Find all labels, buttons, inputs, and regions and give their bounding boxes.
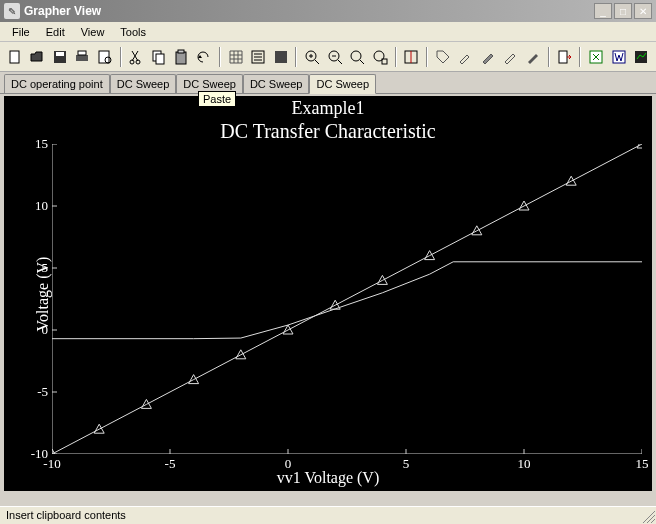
preview-button[interactable] bbox=[94, 46, 116, 68]
toolbar-separator bbox=[295, 47, 297, 67]
axes-icon bbox=[273, 49, 289, 65]
zoom-in-icon bbox=[304, 49, 320, 65]
grid-icon bbox=[228, 49, 244, 65]
svg-rect-2 bbox=[56, 52, 64, 56]
zoom-fit-button[interactable] bbox=[346, 46, 368, 68]
svg-rect-17 bbox=[275, 51, 287, 63]
paste-tooltip: Paste bbox=[198, 91, 236, 107]
y-tick-label: -5 bbox=[8, 384, 48, 400]
app-icon: ✎ bbox=[4, 3, 20, 19]
grid-button[interactable] bbox=[225, 46, 247, 68]
dropper-button[interactable] bbox=[455, 46, 477, 68]
toolbar-separator bbox=[395, 47, 397, 67]
open-icon bbox=[29, 49, 45, 65]
new-icon bbox=[7, 49, 23, 65]
zoom-region-button[interactable] bbox=[369, 46, 391, 68]
excel-button[interactable] bbox=[585, 46, 607, 68]
status-text: Insert clipboard contents bbox=[6, 509, 126, 521]
zoom-in-button[interactable] bbox=[301, 46, 323, 68]
zoom-region-icon bbox=[372, 49, 388, 65]
svg-line-19 bbox=[315, 60, 319, 64]
copy-icon bbox=[151, 49, 167, 65]
pen-button[interactable] bbox=[500, 46, 522, 68]
toolbar-separator bbox=[120, 47, 122, 67]
new-button[interactable] bbox=[4, 46, 26, 68]
zoom-fit-icon bbox=[349, 49, 365, 65]
maximize-button[interactable]: □ bbox=[614, 3, 632, 19]
tag-button[interactable] bbox=[432, 46, 454, 68]
tab-dc-sweep-4[interactable]: DC Sweep bbox=[309, 74, 376, 94]
tag-icon bbox=[435, 49, 451, 65]
resize-grip-icon[interactable] bbox=[641, 509, 655, 523]
svg-rect-34 bbox=[635, 51, 647, 63]
chart-area: Example1 DC Transfer Characteristic Volt… bbox=[4, 96, 652, 491]
y-tick-label: 15 bbox=[8, 136, 48, 152]
excel-icon bbox=[588, 49, 604, 65]
minimize-button[interactable]: _ bbox=[594, 3, 612, 19]
x-axis-label: vv1 Voltage (V) bbox=[4, 469, 652, 487]
menu-bar: File Edit View Tools bbox=[0, 22, 656, 42]
svg-rect-11 bbox=[176, 52, 186, 64]
legend-button[interactable] bbox=[247, 46, 269, 68]
tab-dc-sweep-1[interactable]: DC Sweep bbox=[110, 74, 177, 93]
menu-edit[interactable]: Edit bbox=[38, 24, 73, 40]
legend-icon bbox=[250, 49, 266, 65]
menu-view[interactable]: View bbox=[73, 24, 113, 40]
undo-button[interactable] bbox=[193, 46, 215, 68]
x-tick-label: -10 bbox=[37, 456, 67, 472]
save-button[interactable] bbox=[49, 46, 71, 68]
x-tick-label: 0 bbox=[273, 456, 303, 472]
marker-icon bbox=[525, 49, 541, 65]
brush-button[interactable] bbox=[477, 46, 499, 68]
print-icon bbox=[74, 49, 90, 65]
chart-button[interactable] bbox=[630, 46, 652, 68]
export-icon bbox=[556, 49, 572, 65]
pen-icon bbox=[502, 49, 518, 65]
svg-line-26 bbox=[360, 60, 364, 64]
svg-rect-0 bbox=[10, 51, 19, 63]
window-buttons: _ □ ✕ bbox=[594, 3, 652, 19]
title-bar: ✎ Grapher View _ □ ✕ bbox=[0, 0, 656, 22]
preview-icon bbox=[97, 49, 113, 65]
chart-icon bbox=[633, 49, 649, 65]
toolbar bbox=[0, 42, 656, 72]
chart-subtitle: DC Transfer Characteristic bbox=[4, 120, 652, 143]
toolbar-separator bbox=[579, 47, 581, 67]
cut-icon bbox=[128, 49, 144, 65]
menu-file[interactable]: File bbox=[4, 24, 38, 40]
undo-icon bbox=[196, 49, 212, 65]
toolbar-separator bbox=[219, 47, 221, 67]
svg-line-23 bbox=[338, 60, 342, 64]
brush-icon bbox=[480, 49, 496, 65]
export-button[interactable] bbox=[554, 46, 576, 68]
close-button[interactable]: ✕ bbox=[634, 3, 652, 19]
chart-title: Example1 bbox=[4, 98, 652, 119]
cursor-button[interactable] bbox=[401, 46, 423, 68]
open-button[interactable] bbox=[27, 46, 49, 68]
x-tick-label: 10 bbox=[509, 456, 539, 472]
zoom-out-button[interactable] bbox=[324, 46, 346, 68]
tab-strip: DC operating point DC Sweep DC Sweep DC … bbox=[0, 72, 656, 94]
y-tick-label: 0 bbox=[8, 322, 48, 338]
menu-tools[interactable]: Tools bbox=[112, 24, 154, 40]
word-button[interactable] bbox=[608, 46, 630, 68]
axes-button[interactable] bbox=[270, 46, 292, 68]
save-icon bbox=[52, 49, 68, 65]
paste-button[interactable] bbox=[171, 46, 193, 68]
svg-point-25 bbox=[351, 51, 361, 61]
tab-dc-sweep-3[interactable]: DC Sweep bbox=[243, 74, 310, 93]
status-bar: Insert clipboard contents bbox=[0, 506, 656, 524]
copy-button[interactable] bbox=[148, 46, 170, 68]
cut-button[interactable] bbox=[126, 46, 148, 68]
paste-icon bbox=[173, 49, 189, 65]
toolbar-separator bbox=[426, 47, 428, 67]
marker-button[interactable] bbox=[522, 46, 544, 68]
tab-dc-operating-point[interactable]: DC operating point bbox=[4, 74, 110, 93]
svg-rect-10 bbox=[156, 54, 164, 64]
window-title: Grapher View bbox=[24, 4, 594, 18]
dropper-icon bbox=[457, 49, 473, 65]
toolbar-separator bbox=[548, 47, 550, 67]
print-button[interactable] bbox=[72, 46, 94, 68]
svg-rect-33 bbox=[613, 51, 625, 63]
zoom-out-icon bbox=[327, 49, 343, 65]
